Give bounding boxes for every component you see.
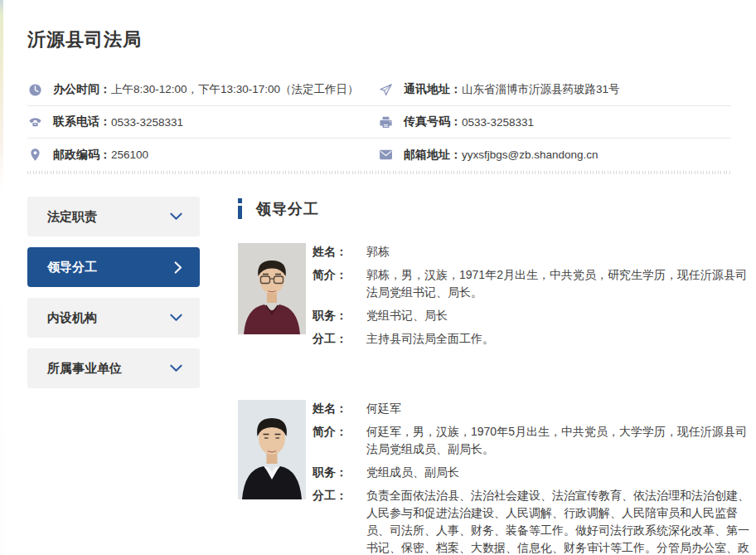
field-value: 何廷军 [366, 400, 401, 417]
field-label: 简介： [313, 266, 366, 301]
send-icon [379, 83, 393, 97]
leader-profile: 姓名： 郭栋 简介： 郭栋，男，汉族，1971年2月出生，中共党员，研究生学历，… [238, 243, 751, 353]
contact-label: 传真号码： [404, 114, 462, 129]
field-name: 姓名： 郭栋 [313, 243, 751, 260]
contact-value: 上午8:30-12:00，下午13:30-17:00（法定工作日） [111, 82, 359, 97]
chevron-right-icon [174, 261, 182, 274]
location-icon [28, 148, 42, 162]
field-label: 简介： [313, 423, 366, 458]
field-name: 姓名： 何廷军 [313, 400, 751, 417]
field-duty: 分工： 负责全面依法治县、法治社会建设、法治宣传教育、依法治理和法治创建、人民参… [313, 487, 751, 555]
contact-row-office-hours: 办公时间： 上午8:30-12:00，下午13:30-17:00（法定工作日） [27, 74, 378, 106]
field-label: 分工： [313, 487, 366, 555]
sidebar-item-label: 领导分工 [47, 260, 97, 275]
body-layout: 法定职责 领导分工 内设机构 所属事业单位 [27, 197, 751, 555]
sidebar-item-label: 所属事业单位 [47, 361, 122, 377]
field-label: 分工： [313, 330, 366, 348]
field-position: 职务： 党组书记、局长 [313, 307, 751, 324]
leader-fields: 姓名： 何廷军 简介： 何廷军，男，汉族，1970年5月出生，中共党员，大学学历… [313, 400, 751, 555]
contact-label: 联系电话： [53, 114, 111, 129]
sidebar: 法定职责 领导分工 内设机构 所属事业单位 [27, 197, 200, 399]
chevron-down-icon [170, 314, 182, 322]
field-value: 党组书记、局长 [366, 307, 448, 324]
contact-value: 山东省淄博市沂源县药玻路31号 [462, 82, 620, 97]
main-content: 领导分工 [238, 197, 751, 555]
sidebar-item-legal-duties[interactable]: 法定职责 [27, 197, 200, 236]
content-container: 沂源县司法局 办公时间： 上午8:30-12:00，下午13:30-17:00（… [27, 0, 751, 555]
sidebar-item-leadership-division[interactable]: 领导分工 [27, 247, 200, 287]
field-label: 姓名： [313, 243, 366, 260]
section-title-row: 领导分工 [238, 198, 751, 219]
section-title-marker [238, 198, 242, 219]
page-title: 沂源县司法局 [27, 0, 751, 52]
clock-icon [28, 83, 42, 97]
leader-fields: 姓名： 郭栋 简介： 郭栋，男，汉族，1971年2月出生，中共党员，研究生学历，… [313, 243, 751, 353]
sidebar-item-label: 法定职责 [47, 209, 97, 225]
contact-row-address: 通讯地址： 山东省淄博市沂源县药玻路31号 [378, 74, 731, 106]
contact-label: 邮箱地址： [404, 148, 462, 163]
contact-info-grid: 办公时间： 上午8:30-12:00，下午13:30-17:00（法定工作日） … [27, 74, 731, 171]
field-intro: 简介： 郭栋，男，汉族，1971年2月出生，中共党员，研究生学历，现任沂源县司法… [313, 266, 751, 301]
contact-value: 256100 [111, 148, 148, 161]
field-value: 何廷军，男，汉族，1970年5月出生，中共党员，大学学历，现任沂源县司法局党组成… [366, 423, 751, 458]
field-value: 郭栋 [366, 243, 390, 260]
contact-label: 办公时间： [53, 82, 111, 97]
chevron-down-icon [170, 212, 182, 221]
leader-photo [238, 243, 306, 353]
field-label: 职务： [313, 464, 366, 481]
field-intro: 简介： 何廷军，男，汉族，1970年5月出生，中共党员，大学学历，现任沂源县司法… [313, 423, 751, 458]
section-title: 领导分工 [256, 199, 319, 219]
page: { "page": { "title": "沂源县司法局" }, "contac… [0, 0, 756, 555]
contact-value: 0533-3258331 [111, 116, 183, 129]
contact-value: yyxsfjbgs@zb.shandong.cn [462, 148, 598, 161]
contact-row-postcode: 邮政编码： 256100 [27, 139, 378, 171]
leader-profile: 姓名： 何廷军 简介： 何廷军，男，汉族，1970年5月出生，中共党员，大学学历… [238, 400, 751, 555]
field-label: 姓名： [313, 400, 366, 417]
mail-icon [379, 148, 393, 162]
page-left-edge-strip [0, 0, 3, 555]
field-value: 党组成员、副局长 [366, 464, 459, 481]
sidebar-item-affiliated-institutions[interactable]: 所属事业单位 [27, 348, 200, 388]
contact-value: 0533-3258331 [462, 116, 534, 129]
fax-icon [379, 115, 393, 129]
leader-photo [238, 400, 306, 555]
field-value: 郭栋，男，汉族，1971年2月出生，中共党员，研究生学历，现任沂源县司法局党组书… [366, 266, 751, 301]
chevron-down-icon [170, 364, 182, 372]
sidebar-item-internal-organs[interactable]: 内设机构 [27, 298, 200, 338]
contact-row-phone: 联系电话： 0533-3258331 [27, 106, 378, 139]
field-duty: 分工： 主持县司法局全面工作。 [313, 330, 751, 348]
field-value: 主持县司法局全面工作。 [366, 330, 494, 348]
dotted-divider [27, 171, 731, 174]
contact-label: 通讯地址： [404, 82, 462, 97]
contact-row-email: 邮箱地址： yyxsfjbgs@zb.shandong.cn [378, 139, 731, 171]
field-value: 负责全面依法治县、法治社会建设、法治宣传教育、依法治理和法治创建、人民参与和促进… [366, 487, 751, 555]
field-label: 职务： [313, 307, 366, 324]
sidebar-item-label: 内设机构 [47, 310, 97, 326]
phone-icon [28, 115, 42, 129]
contact-row-fax: 传真号码： 0533-3258331 [378, 106, 731, 139]
contact-label: 邮政编码： [53, 148, 111, 163]
field-position: 职务： 党组成员、副局长 [313, 464, 751, 481]
